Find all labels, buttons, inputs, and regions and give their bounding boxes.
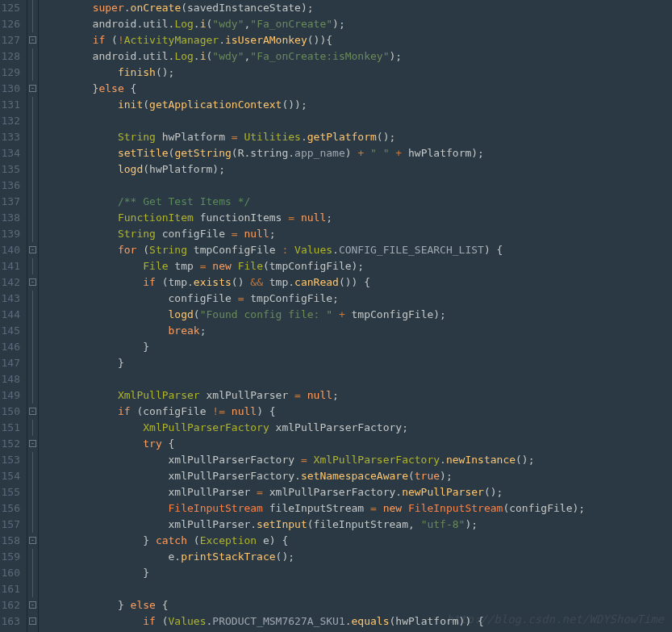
code-line[interactable]: XmlPullParser xmlPullParser = null;	[42, 387, 672, 404]
code-line[interactable]: xmlPullParser = xmlPullParserFactory.new…	[42, 484, 672, 500]
token-plain: xmlPullParserFactory;	[269, 421, 408, 433]
token-kw: try	[143, 437, 161, 450]
code-line[interactable]: xmlPullParserFactory = XmlPullParserFact…	[42, 452, 672, 468]
code-line[interactable]: /** Get Test Items */	[42, 194, 672, 210]
code-line[interactable]: FunctionItem functionItems = null;	[42, 210, 672, 226]
code-line[interactable]: for (String tmpConfigFile : Values.CONFI…	[42, 242, 672, 258]
token-plain: xmlPullParserFactory.	[42, 470, 301, 482]
fold-toggle-icon[interactable]: -	[27, 597, 38, 613]
line-number: 158	[0, 533, 20, 549]
code-line[interactable]: configFile = tmpConfigFile;	[42, 291, 672, 307]
code-line[interactable]: if (configFile != null) {	[42, 404, 672, 420]
fold-toggle-icon[interactable]: -	[27, 404, 38, 420]
fold-toggle-icon[interactable]: -	[27, 436, 38, 452]
token-str: "utf-8"	[421, 518, 465, 530]
token-plain: xmlPullParser	[42, 486, 257, 498]
token-plain	[332, 308, 339, 320]
code-line[interactable]: if (!ActivityManager.isUserAMonkey()){	[42, 32, 672, 48]
line-number: 154	[0, 468, 20, 484]
token-plain: (tmpConfigFile);	[263, 260, 364, 272]
token-plain: ();	[484, 486, 503, 498]
fold-toggle-icon[interactable]: -	[27, 81, 38, 97]
fold-toggle-icon[interactable]: -	[27, 242, 38, 258]
line-number: 131	[0, 97, 20, 113]
code-line[interactable]: android.util.Log.i("wdy","Fa_onCreate:is…	[42, 48, 672, 65]
token-kw: null	[244, 228, 269, 240]
code-line[interactable]: finish();	[42, 65, 672, 81]
code-line[interactable]: logd(hwPlatform);	[42, 161, 672, 178]
code-line[interactable]: }	[42, 565, 672, 581]
token-plain: ;	[200, 324, 207, 337]
line-number: 140	[0, 242, 20, 258]
line-number: 142	[0, 274, 20, 291]
token-kw: if	[143, 615, 156, 627]
code-line[interactable]	[42, 178, 672, 194]
fold-toggle-icon[interactable]: -	[27, 274, 38, 291]
code-line[interactable]: } catch (Exception e) {	[42, 533, 672, 549]
token-method: isUserAMonkey	[225, 34, 307, 46]
token-plain: (	[194, 308, 200, 320]
token-kw: for	[118, 244, 136, 256]
token-plain: );	[465, 518, 478, 530]
code-line[interactable]: if (tmp.exists() && tmp.canRead()) {	[42, 274, 672, 291]
token-plain	[42, 195, 118, 207]
token-method: getPlatform	[307, 131, 377, 143]
code-line[interactable]: } else {	[42, 597, 672, 613]
code-line[interactable]: }else {	[42, 81, 672, 97]
code-line[interactable]: if (Values.PRODUCT_MSM7627A_SKU1.equals(…	[42, 613, 672, 630]
code-line[interactable]: }	[42, 339, 672, 355]
fold-guide	[27, 291, 38, 307]
token-plain: tmp	[169, 260, 200, 272]
code-line[interactable]: File tmp = new File(tmpConfigFile);	[42, 258, 672, 274]
code-line[interactable]: xmlPullParserFactory.setNamespaceAware(t…	[42, 468, 672, 484]
token-plain	[42, 2, 93, 14]
line-number: 149	[0, 387, 20, 404]
token-cls: ActivityManager	[124, 34, 219, 46]
token-cls: Log	[174, 18, 193, 30]
code-line[interactable]: super.onCreate(savedInstanceState);	[42, 0, 672, 16]
fold-guide	[27, 113, 38, 129]
token-method: logd	[118, 163, 143, 175]
line-number: 129	[0, 65, 20, 81]
code-line[interactable]: setTitle(getString(R.string.app_name) + …	[42, 145, 672, 161]
fold-toggle-icon[interactable]: -	[27, 613, 38, 630]
token-op: =	[257, 486, 263, 498]
line-number: 153	[0, 452, 20, 468]
token-method: finish	[118, 66, 156, 78]
token-kw: true	[415, 470, 440, 482]
token-plain	[42, 308, 169, 320]
fold-toggle-icon[interactable]: -	[27, 533, 38, 549]
line-number: 159	[0, 549, 20, 565]
token-plain: xmlPullParser	[200, 389, 294, 401]
token-plain: {	[124, 82, 137, 94]
token-plain	[307, 454, 314, 466]
token-plain	[42, 437, 143, 450]
code-line[interactable]: xmlPullParser.setInput(fileInputStream, …	[42, 517, 672, 533]
code-line[interactable]: XmlPullParserFactory xmlPullParserFactor…	[42, 420, 672, 436]
code-line[interactable]: FileInputStream fileInputStream = new Fi…	[42, 500, 672, 517]
code-line[interactable]: String configFile = null;	[42, 226, 672, 242]
code-line[interactable]	[42, 113, 672, 129]
code-line[interactable]: e.printStackTrace();	[42, 549, 672, 565]
line-number: 161	[0, 581, 20, 597]
code-area[interactable]: super.onCreate(savedInstanceState); andr…	[39, 0, 672, 632]
fold-toggle-icon[interactable]: -	[27, 32, 38, 48]
line-number: 147	[0, 355, 20, 371]
code-line[interactable]: init(getApplicationContext());	[42, 97, 672, 113]
token-plain: ();	[276, 550, 294, 563]
code-line[interactable]: break;	[42, 323, 672, 339]
code-line[interactable]	[42, 371, 672, 387]
code-line[interactable]: try {	[42, 436, 672, 452]
token-cls: Exception	[200, 534, 257, 546]
token-plain: ;	[326, 211, 332, 224]
code-line[interactable]: }	[42, 355, 672, 371]
code-line[interactable]: android.util.Log.i("wdy","Fa_onCreate");	[42, 16, 672, 32]
code-line[interactable]	[42, 581, 672, 597]
token-plain: .	[301, 131, 307, 143]
code-line[interactable]: logd("Found config file: " + tmpConfigFi…	[42, 307, 672, 323]
fold-guide	[27, 500, 38, 517]
fold-guide	[27, 581, 38, 597]
token-op: =	[301, 454, 307, 466]
code-line[interactable]: String hwPlatform = Utilities.getPlatfor…	[42, 129, 672, 145]
token-method: newInstance	[446, 454, 515, 466]
